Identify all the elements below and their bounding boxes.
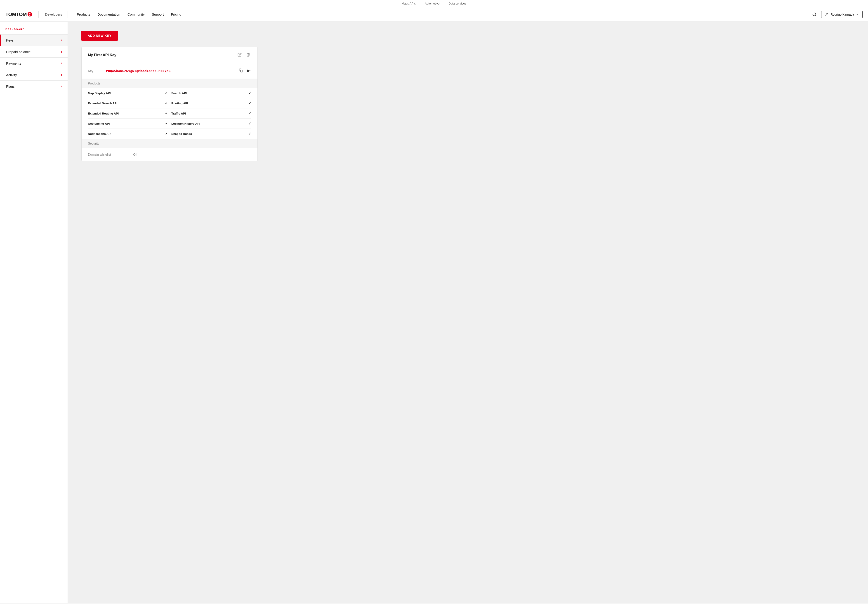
user-name: Rodrigo Kamada [831, 12, 854, 16]
sidebar-dashboard-title: DASHBOARD [0, 22, 68, 34]
chevron-right-icon-keys: › [61, 38, 62, 42]
check-left-3: ✓ [165, 111, 168, 115]
card-header: My First API Key [82, 47, 257, 63]
chevron-right-icon-activity: › [61, 73, 62, 77]
copy-key-button[interactable] [237, 68, 244, 74]
product-left-4: Geofencing API [88, 122, 161, 125]
copy-icon [239, 68, 243, 73]
pencil-icon [237, 53, 242, 57]
product-right-1: Search API [171, 91, 245, 95]
sidebar-label-keys: Keys [6, 39, 14, 42]
chevron-right-icon-payments: › [61, 61, 62, 65]
sidebar-item-payments[interactable]: Payments › [0, 57, 68, 69]
product-right-4: Location History API [171, 122, 245, 125]
security-section: Security Domain whitelist Off [82, 139, 257, 161]
product-row-2: Extended Search API ✓ Routing API ✓ [88, 98, 251, 108]
check-left-4: ✓ [165, 122, 168, 125]
sidebar-label-activity: Activity [6, 73, 17, 77]
products-table: Map Display API ✓ Search API ✓ Extended … [82, 88, 257, 139]
product-right-2: Routing API [171, 102, 245, 105]
user-menu-button[interactable]: Rodrigo Kamada [821, 11, 863, 18]
key-field-value: POQwSkANG2wVgN1qMbook38s5EMkN7pG [106, 69, 235, 73]
svg-rect-4 [240, 70, 243, 72]
sidebar-label-plans: Plans [6, 85, 15, 88]
nav-links: Products Documentation Community Support… [77, 12, 812, 16]
svg-point-1 [813, 12, 815, 15]
check-left-1: ✓ [165, 91, 168, 95]
promo-data-services[interactable]: Data services [448, 2, 467, 5]
logo-text: TOMTOM [5, 11, 32, 17]
product-left-1: Map Display API [88, 91, 161, 95]
trash-icon [246, 53, 250, 57]
key-field-label: Key [88, 69, 106, 73]
product-row-4: Geofencing API ✓ Location History API ✓ [88, 119, 251, 129]
logo-area: TOMTOM Developers [5, 11, 68, 18]
svg-line-2 [815, 15, 816, 16]
svg-point-3 [826, 13, 827, 14]
sidebar: DASHBOARD Keys › Prepaid balance › Payme… [0, 22, 68, 603]
product-right-3: Traffic API [171, 112, 245, 115]
domain-whitelist-value: Off [133, 153, 137, 156]
api-key-card: My First API Key Key POQwSkANG2wVgN1qMbo… [81, 47, 258, 161]
promo-bar: Maps APIs Automotive Data services [0, 0, 868, 7]
card-title: My First API Key [88, 53, 116, 57]
sidebar-item-activity[interactable]: Activity › [0, 69, 68, 80]
sidebar-item-keys[interactable]: Keys › [0, 34, 68, 46]
check-right-1: ✓ [248, 91, 251, 95]
nav-support[interactable]: Support [152, 12, 164, 16]
check-left-2: ✓ [165, 101, 168, 105]
promo-maps-apis[interactable]: Maps APIs [401, 2, 416, 5]
product-left-2: Extended Search API [88, 102, 161, 105]
product-row-5: Notifications API ✓ Snap to Roads ✓ [88, 129, 251, 139]
product-right-5: Snap to Roads [171, 132, 245, 136]
product-left-3: Extended Routing API [88, 112, 161, 115]
check-right-2: ✓ [248, 101, 251, 105]
security-section-header: Security [82, 139, 257, 148]
nav-community[interactable]: Community [127, 12, 145, 16]
developers-label: Developers [45, 12, 62, 16]
chevron-right-icon-prepaid: › [61, 50, 62, 54]
chevron-right-icon-plans: › [61, 84, 62, 88]
edit-key-button[interactable] [237, 52, 243, 59]
add-new-key-button[interactable]: ADD NEW KEY [81, 31, 118, 41]
sidebar-item-plans[interactable]: Plans › [0, 80, 68, 92]
check-right-3: ✓ [248, 111, 251, 115]
layout: DASHBOARD Keys › Prepaid balance › Payme… [0, 22, 868, 603]
main-nav: TOMTOM Developers Products Documentation… [0, 7, 868, 22]
key-row: Key POQwSkANG2wVgN1qMbook38s5EMkN7pG ☛ [82, 63, 257, 79]
chevron-down-icon [856, 13, 859, 16]
nav-pricing[interactable]: Pricing [171, 12, 181, 16]
security-row: Domain whitelist Off [82, 148, 257, 161]
sidebar-item-prepaid-balance[interactable]: Prepaid balance › [0, 46, 68, 57]
nav-documentation[interactable]: Documentation [98, 12, 120, 16]
promo-automotive[interactable]: Automotive [425, 2, 439, 5]
sidebar-label-payments: Payments [6, 62, 21, 65]
cursor-pointer-icon: ☛ [246, 68, 251, 74]
check-right-4: ✓ [248, 122, 251, 125]
user-icon [825, 12, 829, 16]
card-actions [237, 52, 251, 59]
sidebar-label-prepaid: Prepaid balance [6, 50, 31, 54]
main-content: ADD NEW KEY My First API Key Key POQwSkA [68, 22, 868, 603]
check-right-5: ✓ [248, 132, 251, 136]
product-row-1: Map Display API ✓ Search API ✓ [88, 88, 251, 98]
search-icon [812, 12, 817, 17]
nav-actions: Rodrigo Kamada [812, 11, 863, 18]
delete-key-button[interactable] [245, 52, 251, 59]
product-left-5: Notifications API [88, 132, 161, 136]
products-section-header: Products [82, 79, 257, 88]
search-button[interactable] [812, 12, 817, 17]
check-left-5: ✓ [165, 132, 168, 136]
domain-whitelist-label: Domain whitelist [88, 153, 133, 156]
nav-products[interactable]: Products [77, 12, 90, 16]
product-row-3: Extended Routing API ✓ Traffic API ✓ [88, 108, 251, 119]
